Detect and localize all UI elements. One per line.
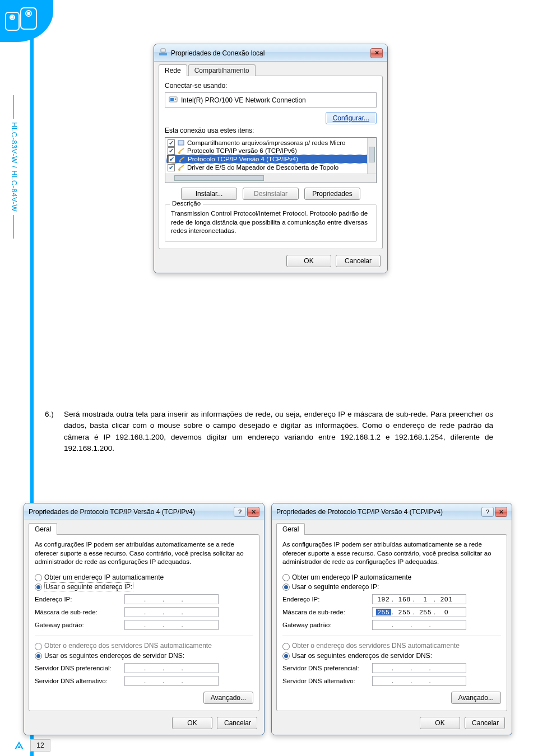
ok-button[interactable]: OK — [286, 255, 331, 267]
svg-point-10 — [175, 99, 177, 100]
radio-manual-dns[interactable] — [282, 652, 290, 660]
page-number: 12 — [30, 739, 50, 752]
properties-button[interactable]: Propriedades — [304, 188, 360, 200]
gateway-input[interactable] — [372, 620, 466, 630]
svg-rect-7 — [161, 49, 165, 52]
connect-using-label: Conectar-se usando: — [165, 82, 377, 90]
svg-point-2 — [27, 12, 30, 15]
titlebar[interactable]: Propriedades de Protocolo TCP/IP Versão … — [272, 503, 512, 520]
close-button[interactable]: ✕ — [247, 507, 259, 517]
help-button[interactable]: ? — [481, 507, 494, 517]
description-label: Descrição — [170, 200, 203, 207]
radio-manual-dns[interactable] — [35, 652, 42, 660]
advanced-button[interactable]: Avançado... — [451, 692, 501, 704]
items-label: Esta conexão usa estes itens: — [165, 127, 377, 134]
radio-auto-ip[interactable] — [282, 574, 290, 581]
advanced-button[interactable]: Avançado... — [203, 692, 253, 704]
titlebar[interactable]: Propriedades de Conexão local ✕ — [154, 44, 387, 62]
dns1-input[interactable] — [124, 663, 219, 673]
footer-triangle-icon — [13, 740, 25, 750]
list-item: Protocolo TCP/IP versão 6 (TCP/IPv6) — [187, 147, 297, 154]
mask-input[interactable]: 255 255 255 0 — [372, 607, 466, 617]
camera-logo-icon — [2, 3, 46, 36]
intro-text: As configurações IP podem ser atribuídas… — [35, 540, 253, 567]
ok-button[interactable]: OK — [172, 717, 212, 729]
corner-logo — [0, 0, 53, 42]
radio-auto-ip[interactable] — [35, 574, 42, 581]
product-model-label: HLC-83V-W / HLC-84V-W — [10, 95, 18, 239]
description-group: Descrição Transmission Control Protocol/… — [165, 204, 377, 242]
dns2-input[interactable] — [372, 676, 466, 686]
step-number: 6.) — [45, 409, 57, 454]
page-footer: 12 — [13, 739, 50, 752]
mask-input[interactable] — [124, 607, 219, 617]
step-text: Será mostrada outra tela para inserir as… — [64, 409, 493, 454]
ip-input[interactable] — [124, 594, 219, 604]
svg-rect-11 — [178, 141, 184, 145]
window-title: Propriedades de Protocolo TCP/IP Versão … — [276, 508, 443, 516]
list-item-selected: Protocolo TCP/IP Versão 4 (TCP/IPv4) — [188, 156, 298, 162]
dns1-input[interactable] — [372, 663, 466, 673]
cancel-button[interactable]: Cancelar — [217, 717, 257, 729]
dlg-ipv4-left: Propriedades de Protocolo TCP/IP Versão … — [24, 503, 265, 735]
svg-rect-9 — [170, 98, 174, 101]
install-button[interactable]: Instalar... — [181, 188, 237, 200]
configure-button[interactable]: Configurar... — [326, 112, 377, 124]
dlg-connection-properties: Propriedades de Conexão local ✕ Rede Com… — [154, 44, 388, 273]
window-title: Propriedades de Protocolo TCP/IP Versão … — [29, 508, 195, 516]
list-item: Driver de E/S do Mapeador de Descoberta … — [187, 164, 338, 171]
tab-rede[interactable]: Rede — [159, 64, 187, 76]
adapter-field[interactable]: Intel(R) PRO/100 VE Network Connection — [165, 92, 377, 108]
gateway-input[interactable] — [124, 620, 219, 630]
svg-point-12 — [178, 152, 180, 154]
cancel-button[interactable]: Cancelar — [465, 717, 505, 729]
intro-text: As configurações IP podem ser atribuídas… — [282, 540, 501, 567]
ok-button[interactable]: OK — [420, 717, 460, 729]
svg-point-5 — [12, 17, 13, 18]
tab-compartilhamento[interactable]: Compartilhamento — [188, 64, 256, 76]
description-text: Transmission Control Protocol/Internet P… — [171, 209, 370, 236]
radio-manual-ip[interactable] — [35, 584, 42, 591]
network-icon — [159, 48, 168, 58]
radio-auto-dns — [282, 643, 290, 650]
svg-point-14 — [178, 169, 180, 171]
close-button[interactable]: ✕ — [370, 48, 383, 58]
adapter-icon — [169, 95, 178, 105]
dlg-ipv4-right: Propriedades de Protocolo TCP/IP Versão … — [271, 503, 512, 735]
svg-rect-6 — [159, 53, 167, 55]
titlebar[interactable]: Propriedades de Protocolo TCP/IP Versão … — [24, 503, 264, 520]
radio-auto-dns — [35, 643, 42, 650]
list-item: Compartilhamento arquivos/impressoras p/… — [187, 139, 346, 146]
close-button[interactable]: ✕ — [495, 507, 507, 517]
cancel-button[interactable]: Cancelar — [336, 255, 381, 267]
uninstall-button: Desinstalar — [243, 188, 299, 200]
dns2-input[interactable] — [124, 676, 219, 686]
tab-geral[interactable]: Geral — [276, 523, 305, 535]
instruction-paragraph: 6.) Será mostrada outra tela para inseri… — [45, 409, 493, 454]
protocols-listbox[interactable]: Compartilhamento arquivos/impressoras p/… — [165, 137, 377, 183]
tab-geral[interactable]: Geral — [29, 523, 57, 535]
svg-point-13 — [179, 160, 181, 162]
radio-manual-ip[interactable] — [282, 584, 290, 591]
ip-input[interactable]: 192 168 1 201 — [372, 594, 466, 604]
list-vscrollbar[interactable] — [367, 138, 376, 174]
adapter-name: Intel(R) PRO/100 VE Network Connection — [181, 96, 306, 104]
help-button[interactable]: ? — [234, 507, 246, 517]
window-title: Propriedades de Conexão local — [171, 49, 265, 57]
list-hscrollbar[interactable] — [165, 174, 376, 183]
